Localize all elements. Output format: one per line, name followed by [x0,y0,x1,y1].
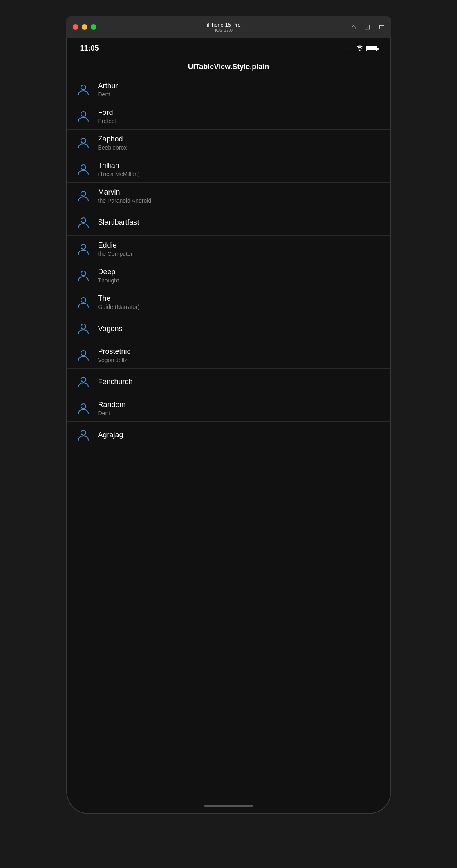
person-icon [75,400,92,416]
item-last-name: (Tricia McMillan) [98,171,140,177]
svg-point-12 [81,404,86,409]
os-version: iOS 17.0 [215,28,233,33]
item-first-name: Zaphod [98,135,127,143]
item-first-name: Arthur [98,82,118,90]
item-first-name: Eddie [98,241,133,250]
person-icon [75,347,92,363]
list-item[interactable]: DeepThought [67,262,390,289]
item-last-name: Dent [98,410,126,416]
item-text: ZaphodBeeblebrox [98,135,127,151]
home-indicator [67,798,390,813]
item-last-name: Guide (Narrator) [98,304,140,310]
status-time: 11:05 [80,44,99,53]
item-first-name: Ford [98,108,116,117]
list-item[interactable]: Eddiethe Computer [67,236,390,262]
item-last-name: Prefect [98,118,116,124]
item-last-name: Dent [98,91,118,98]
wifi-icon [356,45,363,52]
svg-point-0 [81,85,86,90]
item-text: Slartibartfast [98,218,139,227]
person-icon [75,108,92,124]
list-item[interactable]: RandomDent [67,395,390,422]
traffic-lights [73,24,96,30]
item-text: ProstetnicVogon Jeltz [98,347,131,363]
list-item[interactable]: Vogons [67,315,390,342]
home-icon[interactable]: ⌂ [352,22,356,31]
item-text: Vogons [98,324,123,333]
list-item[interactable]: FordPrefect [67,103,390,130]
mac-titlebar: iPhone 15 Pro iOS 17.0 ⌂ ⊡ ⊏ [66,16,391,38]
item-first-name: Prostetnic [98,347,131,356]
maximize-button[interactable] [91,24,96,30]
item-last-name: Thought [98,277,119,284]
list-item[interactable]: ProstetnicVogon Jeltz [67,342,390,369]
item-first-name: Agrajag [98,431,123,439]
close-button[interactable] [73,24,78,30]
list-item[interactable]: ArthurDent [67,76,390,103]
person-icon [75,214,92,230]
nav-title: UITableView.Style.plain [67,56,390,76]
svg-point-5 [81,218,86,223]
item-first-name: Vogons [98,324,123,333]
svg-point-2 [81,138,86,143]
svg-point-8 [81,298,86,302]
item-first-name: Trillian [98,161,140,170]
item-text: Marvinthe Paranoid Android [98,188,152,204]
svg-point-13 [81,430,86,435]
person-icon [75,161,92,177]
item-text: Agrajag [98,431,123,439]
svg-point-6 [81,244,86,249]
titlebar-info: iPhone 15 Pro iOS 17.0 [96,22,352,33]
item-text: Eddiethe Computer [98,241,133,257]
item-text: ArthurDent [98,82,118,98]
svg-point-11 [81,377,86,382]
item-first-name: Fenchurch [98,378,133,386]
item-text: FordPrefect [98,108,116,124]
rotate-icon[interactable]: ⊏ [379,22,385,31]
list-item[interactable]: Slartibartfast [67,209,390,236]
item-last-name: Vogon Jeltz [98,357,131,363]
item-first-name: Deep [98,268,119,276]
item-first-name: Slartibartfast [98,218,139,227]
item-text: Fenchurch [98,378,133,386]
person-icon [75,241,92,257]
person-icon [75,134,92,151]
item-first-name: The [98,294,140,303]
list-item[interactable]: ZaphodBeeblebrox [67,130,390,156]
svg-point-10 [81,351,86,356]
person-icon [75,374,92,390]
item-text: RandomDent [98,400,126,416]
contacts-list[interactable]: ArthurDent FordPrefect ZaphodBeeblebrox … [67,76,390,798]
status-bar: 11:05 ··· [67,38,390,56]
phone-frame: 11:05 ··· UITableView.Style.plain Arthur… [66,38,391,814]
item-text: TheGuide (Narrator) [98,294,140,310]
item-last-name: the Paranoid Android [98,197,152,204]
signal-dots-icon: ··· [345,46,353,51]
item-last-name: the Computer [98,251,133,257]
screenshot-icon[interactable]: ⊡ [364,22,370,31]
item-first-name: Random [98,400,126,409]
item-first-name: Marvin [98,188,152,197]
list-item[interactable]: Marvinthe Paranoid Android [67,183,390,209]
item-text: DeepThought [98,268,119,284]
titlebar-actions: ⌂ ⊡ ⊏ [352,22,385,31]
home-bar [204,805,253,807]
list-item[interactable]: TheGuide (Narrator) [67,289,390,315]
list-item[interactable]: Fenchurch [67,369,390,395]
person-icon [75,427,92,443]
status-icons: ··· [345,45,377,52]
item-last-name: Beeblebrox [98,144,127,151]
person-icon [75,294,92,310]
svg-point-7 [81,271,86,276]
device-name: iPhone 15 Pro [207,22,240,28]
svg-point-4 [81,191,86,196]
list-item[interactable]: Agrajag [67,422,390,448]
person-icon [75,188,92,204]
minimize-button[interactable] [82,24,87,30]
list-item[interactable]: Trillian(Tricia McMillan) [67,156,390,183]
svg-point-3 [81,165,86,170]
person-icon [75,81,92,98]
item-text: Trillian(Tricia McMillan) [98,161,140,177]
person-icon [75,267,92,284]
svg-point-9 [81,324,86,329]
